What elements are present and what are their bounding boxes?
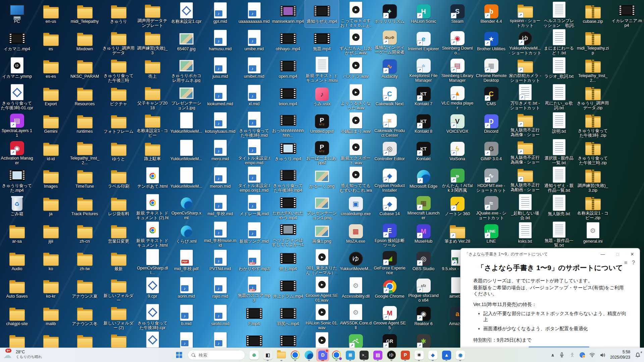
desktop-icon[interactable]: きゅうり.mp4: [271, 137, 305, 165]
desktop-icon[interactable]: ▶答え知っててもむずいわこれ.wav: [339, 165, 373, 192]
desktop-icon[interactable]: es-es: [34, 55, 68, 82]
desktop-icon[interactable]: ≡↗Cakewalk Product Center: [373, 110, 407, 137]
desktop-icon[interactable]: ♪jusu.mid: [203, 55, 237, 82]
desktop-icon[interactable]: ▶Groove Agent SE 01.wav: [305, 275, 339, 302]
desktop-icon[interactable]: Audio: [0, 247, 34, 275]
maximize-button[interactable]: □: [610, 248, 625, 260]
desktop-icon[interactable]: 無題.mp4: [305, 27, 339, 55]
desktop-icon[interactable]: LINE↗LINE: [474, 220, 508, 247]
desktop-icon[interactable]: ↗家の防犯カメラ - ショートカット: [508, 55, 542, 82]
desktop-icon[interactable]: ▤↗Steinberg Library Manager: [440, 55, 474, 82]
desktop-icon[interactable]: 新規 テキスト ドキュメント.musicxml: [305, 55, 339, 82]
search-input[interactable]: [198, 352, 236, 358]
desktop-icon[interactable]: ≈↗JQuake.exe - ショートカット: [474, 192, 508, 220]
desktop-icon[interactable]: 路上駐車: [136, 137, 169, 165]
taskbar-app-powerpoint[interactable]: P: [399, 349, 412, 361]
desktop-icon[interactable]: sfz↗Plogue sforzando x64: [407, 275, 440, 302]
accessibility-person-icon[interactable]: [569, 352, 575, 358]
microphone-icon[interactable]: [559, 352, 565, 358]
desktop-icon[interactable]: ▩MoZA.exe: [339, 220, 373, 247]
desktop-icon[interactable]: Resources: [68, 82, 102, 110]
account-status-icon[interactable]: [580, 352, 585, 358]
desktop-icon[interactable]: teion.mp4: [271, 82, 305, 110]
desktop-icon[interactable]: ılı↗Keepforest File Manager: [407, 55, 440, 82]
desktop-icon[interactable]: きゅうりポカコレ用サムネ.jpg: [169, 55, 203, 82]
desktop-icon[interactable]: YukkuriMovieM...: [169, 137, 203, 165]
desktop-icon[interactable]: ヘルスコンプレッション__歌詞.txt: [542, 0, 576, 27]
desktop-icon[interactable]: open.mp4: [271, 55, 305, 82]
start-button[interactable]: [173, 349, 185, 361]
taskbar-app-chrome-profile[interactable]: [330, 349, 343, 361]
desktop-icon[interactable]: ↗無人販売不正行為動画 - ショートカット: [508, 165, 542, 192]
desktop-icon[interactable]: 無人販売.txt: [542, 192, 576, 220]
desktop-icon[interactable]: ♪meroin.mid: [203, 165, 237, 192]
desktop-icon[interactable]: 画像1.png: [305, 220, 339, 247]
desktop-icon[interactable]: ▶HALion Sonic 01.wav: [305, 302, 339, 330]
desktop-icon[interactable]: ◉↗Reaktor 6: [407, 302, 440, 330]
desktop-icon[interactable]: 説明.txt: [542, 110, 576, 137]
desktop-icon[interactable]: ♪kotusytuaus.mid: [203, 110, 237, 137]
desktop-icon[interactable]: ↗無人販売不正行為画像 - ショートカット: [508, 137, 542, 165]
desktop-icon[interactable]: かるーく.png: [305, 165, 339, 192]
desktop-icon[interactable]: 名称未設定1 - コピー.zip: [576, 192, 610, 220]
desktop-icon[interactable]: YukkuriMovieM...: [169, 165, 203, 192]
desktop-icon[interactable]: くらび.xml: [169, 220, 203, 247]
desktop-icon[interactable]: ♪uaaaaaaaaa.mid: [237, 0, 271, 27]
desktop-icon[interactable]: ♪umibet.mid: [237, 55, 271, 82]
desktop-icon[interactable]: E↗Epson 接続診断ツール: [373, 220, 407, 247]
desktop-icon[interactable]: 選択肢 - 親作品一覧.txt: [542, 137, 576, 165]
desktop-icon[interactable]: 調声練習(失敗)_3: [136, 27, 169, 55]
desktop-icon[interactable]: 通知うぜえ.mp4: [305, 0, 339, 27]
desktop-icon[interactable]: ▦↗Chrome Remote Desktop: [474, 55, 508, 82]
desktop-icon[interactable]: 井上.mp4: [271, 247, 305, 275]
desktop-icon[interactable]: ↗無人販売不正行為画像 - ショートカッ...: [508, 110, 542, 137]
desktop-icon[interactable]: ↗Microsoft Edge: [407, 165, 440, 192]
desktop-icon[interactable]: ϟ↗VoiSona: [440, 137, 474, 165]
desktop-icon[interactable]: ✱↗: [407, 330, 440, 348]
desktop-icon[interactable]: runtimes: [68, 110, 102, 137]
desktop-icon[interactable]: ◢↗GeForce Experience: [373, 247, 407, 275]
desktop-icon[interactable]: Track Pictures: [68, 192, 102, 220]
desktop-icon[interactable]: cubase.zip: [576, 0, 610, 27]
desktop-icon[interactable]: ar-sa: [0, 220, 34, 247]
desktop-icon[interactable]: ♪sirofo.mid: [203, 302, 237, 330]
desktop-icon[interactable]: YukkuriMovieM...: [169, 110, 203, 137]
taskbar-app-terminal[interactable]: >_: [358, 349, 370, 361]
menu-list-icon[interactable]: ≡: [624, 260, 627, 266]
desktop-icon[interactable]: es: [34, 27, 68, 55]
desktop-icon[interactable]: NKSC_PARAM: [68, 55, 102, 82]
desktop-icon[interactable]: 営業日変更: [102, 220, 136, 247]
desktop-icon[interactable]: ▶こってゅｈｄすおｆｄｓｂふぉ.wav: [339, 0, 373, 27]
desktop-icon[interactable]: [0, 330, 34, 348]
desktop-icon[interactable]: アナウンス夏: [68, 275, 102, 302]
tray-clock[interactable]: 5:58 2025/09/23: [610, 350, 630, 360]
taskbar-app-translator-widget[interactable]: ⊕: [248, 349, 260, 361]
desktop-icon[interactable]: ∿↗HDDFMT.exe - ショートカット: [474, 165, 508, 192]
desktop-icon[interactable]: ja: [34, 192, 68, 220]
desktop-icon[interactable]: [34, 330, 68, 348]
desktop-icon[interactable]: M↗MuseHub: [407, 220, 440, 247]
taskbar-app-discord[interactable]: D: [316, 349, 329, 361]
desktop-icon[interactable]: ↗Google Chrome: [373, 275, 407, 302]
desktop-icon[interactable]: PDFmid_学校.pdf: [169, 247, 203, 275]
desktop-icon[interactable]: ↗万引きメモ.txt - ショートカット: [508, 82, 542, 110]
desktop-icon[interactable]: Telepathy_Inst_2...: [68, 137, 102, 165]
desktop-icon[interactable]: ラジオ_歌詞.txt: [542, 55, 576, 82]
desktop-icon[interactable]: ⚙Accessibility.dll: [339, 275, 373, 302]
desktop-icon[interactable]: イカレマニア.mp4: [610, 0, 644, 27]
desktop-icon[interactable]: Images: [34, 165, 68, 192]
desktop-icon[interactable]: PNT2おーばーまにあ.ppsf: [305, 137, 339, 165]
desktop-icon[interactable]: PC: [0, 0, 34, 27]
tray-overflow-chevron-icon[interactable]: ∧: [551, 353, 554, 358]
desktop-icon[interactable]: ohhayo-.mp4: [271, 27, 305, 55]
desktop-icon[interactable]: きゅうり: [102, 0, 136, 27]
desktop-icon[interactable]: ゆ↗YukkuriMovieM... - ショートカット: [508, 27, 542, 55]
desktop-icon[interactable]: ♪hamusu.mid: [203, 27, 237, 55]
desktop-icon[interactable]: C↗Cakewalk Next: [373, 82, 407, 110]
desktop-icon[interactable]: ゆYukkuriMovieM...: [339, 247, 373, 275]
desktop-icon[interactable]: ラベル印刷: [102, 165, 136, 192]
desktop-icon[interactable]: midi_Telepathy.zip: [576, 27, 610, 55]
desktop-icon[interactable]: きゅうり_調声用データ.zip: [576, 82, 610, 110]
desktop-icon[interactable]: 羽尻へ.mp4: [271, 302, 305, 330]
desktop-icon[interactable]: M↗Groove Agent SE 5: [373, 302, 407, 330]
